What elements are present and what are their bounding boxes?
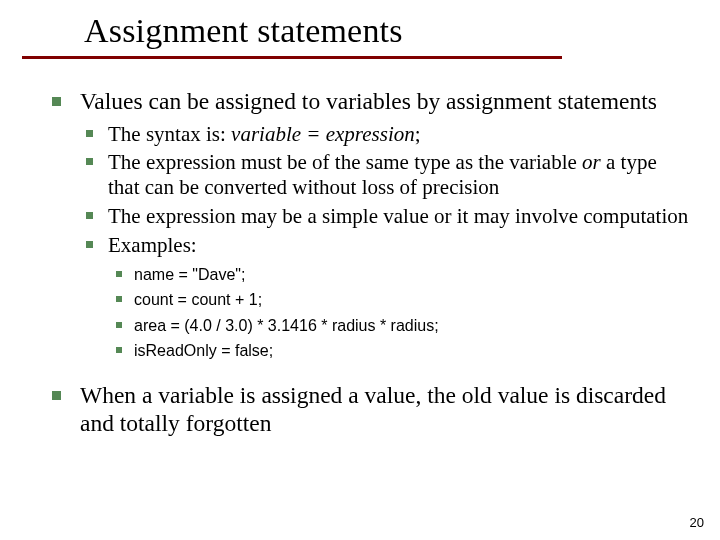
- bullet-text: Examples:: [108, 233, 197, 257]
- code-example: name = "Dave";: [134, 266, 245, 283]
- code-example: count = count + 1;: [134, 291, 262, 308]
- bullet-text: When a variable is assigned a value, the…: [80, 382, 666, 436]
- page-number: 20: [690, 515, 704, 530]
- list-item: The syntax is: variable = expression;: [80, 122, 690, 147]
- code-example: isReadOnly = false;: [134, 342, 273, 359]
- slide-title: Assignment statements: [84, 12, 403, 50]
- title-area: Assignment statements: [84, 12, 403, 50]
- text-italic: variable = expression: [231, 122, 415, 146]
- bullet-list-level-2: The syntax is: variable = expression; Th…: [80, 122, 690, 362]
- list-item: count = count + 1;: [108, 289, 690, 311]
- list-item: Values can be assigned to variables by a…: [50, 88, 690, 362]
- list-item: area = (4.0 / 3.0) * 3.1416 * radius * r…: [108, 315, 690, 337]
- list-item: Examples: name = "Dave"; count = count +…: [80, 233, 690, 362]
- slide-body: Values can be assigned to variables by a…: [50, 88, 690, 457]
- list-item: When a variable is assigned a value, the…: [50, 382, 690, 437]
- text-fragment: The expression must be of the same type …: [108, 150, 582, 174]
- code-example: area = (4.0 / 3.0) * 3.1416 * radius * r…: [134, 317, 439, 334]
- list-item: The expression may be a simple value or …: [80, 204, 690, 229]
- bullet-list-level-3: name = "Dave"; count = count + 1; area =…: [108, 264, 690, 362]
- text-italic: or: [582, 150, 601, 174]
- text-fragment: The syntax is:: [108, 122, 231, 146]
- bullet-list-level-1: Values can be assigned to variables by a…: [50, 88, 690, 437]
- title-underline: [22, 56, 562, 59]
- list-item: The expression must be of the same type …: [80, 150, 690, 200]
- slide: Assignment statements Values can be assi…: [0, 0, 720, 540]
- bullet-text: The expression may be a simple value or …: [108, 204, 688, 228]
- bullet-text: Values can be assigned to variables by a…: [80, 88, 657, 114]
- text-fragment: ;: [415, 122, 421, 146]
- list-item: name = "Dave";: [108, 264, 690, 286]
- list-item: isReadOnly = false;: [108, 340, 690, 362]
